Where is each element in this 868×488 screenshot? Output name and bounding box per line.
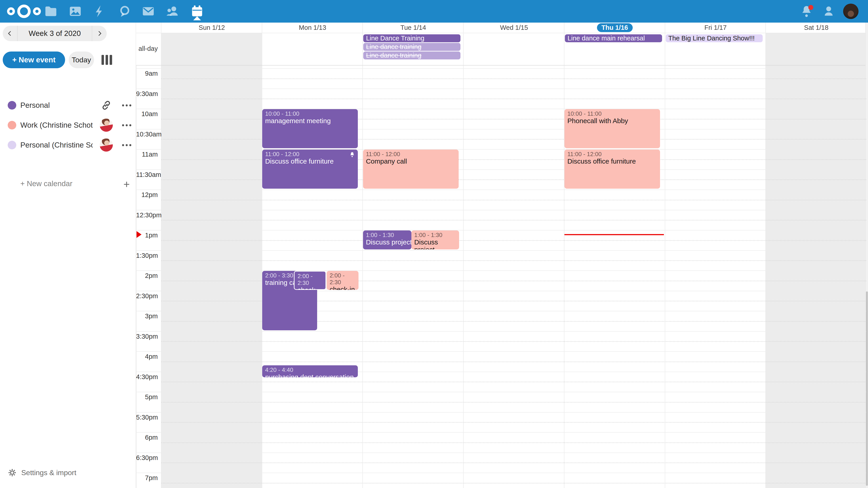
day-header-thu[interactable]: Thu 1/16 bbox=[564, 23, 665, 33]
all-day-row: all-day Line Dance TrainingLine dance tr… bbox=[136, 33, 866, 66]
day-header-tue[interactable]: Tue 1/14 bbox=[362, 23, 464, 33]
week-label[interactable]: Week 3 of 2020 bbox=[18, 26, 92, 41]
notification-badge bbox=[808, 5, 813, 10]
all-day-event[interactable]: Line dance main rehearsal bbox=[565, 34, 662, 42]
scrollbar-thumb[interactable] bbox=[866, 291, 868, 486]
day-header-label: Sat 1/18 bbox=[804, 24, 829, 31]
active-app-caret bbox=[193, 16, 201, 20]
day-column-fri[interactable] bbox=[665, 66, 766, 488]
calendar-actions-menu-button[interactable] bbox=[119, 118, 134, 132]
current-time-line bbox=[564, 234, 664, 235]
new-calendar-button[interactable]: + New calendar bbox=[0, 175, 135, 193]
event-title: check-in bbox=[298, 286, 322, 290]
day-header-sat[interactable]: Sat 1/18 bbox=[765, 23, 867, 33]
day-header-fri[interactable]: Fri 1/17 bbox=[665, 23, 766, 33]
current-time-marker bbox=[136, 231, 142, 238]
time-axis-label: 9am bbox=[136, 70, 158, 77]
time-axis-label: 5:30pm bbox=[136, 414, 158, 421]
event-block[interactable]: 2:00 - 2:30check-in bbox=[294, 271, 326, 290]
activity-icon[interactable] bbox=[88, 0, 112, 23]
calendar-actions-menu-button[interactable] bbox=[119, 138, 134, 152]
reminder-bell-icon bbox=[349, 152, 355, 158]
contacts-icon[interactable] bbox=[161, 0, 184, 23]
event-block[interactable]: 11:00 - 12:00Discuss office furniture bbox=[262, 150, 358, 189]
all-day-event[interactable]: The Big Line Dancing Show!!! bbox=[666, 34, 763, 42]
view-toggle-button[interactable] bbox=[99, 55, 114, 65]
time-axis-label: 6pm bbox=[136, 434, 158, 441]
new-event-button[interactable]: + New event bbox=[3, 52, 65, 68]
photos-icon[interactable] bbox=[64, 0, 87, 23]
avatar[interactable] bbox=[843, 4, 859, 19]
all-day-event[interactable]: Line dance training bbox=[363, 52, 460, 59]
event-block[interactable]: 10:00 - 11:00Phonecall with Abby bbox=[564, 109, 660, 148]
today-button[interactable]: Today bbox=[69, 52, 94, 68]
event-title: Company call bbox=[366, 158, 456, 165]
event-time: 2:00 - 2:30 bbox=[298, 273, 322, 286]
day-header-sun[interactable]: Sun 1/12 bbox=[161, 23, 262, 33]
event-title: Discuss office furniture bbox=[567, 158, 657, 165]
event-block[interactable]: 10:00 - 11:00management meeting bbox=[262, 109, 358, 148]
time-axis-label: 11:30am bbox=[136, 171, 158, 178]
time-axis-label: 11am bbox=[136, 151, 158, 158]
day-column-sat[interactable] bbox=[765, 66, 866, 488]
event-time: 4:20 - 4:40 bbox=[265, 366, 355, 373]
all-day-cell[interactable] bbox=[463, 33, 564, 65]
all-day-cell[interactable] bbox=[161, 33, 262, 65]
time-axis-label: 4:30pm bbox=[136, 373, 158, 381]
day-header-wed[interactable]: Wed 1/15 bbox=[463, 23, 564, 33]
all-day-event[interactable]: Line Dance Training bbox=[363, 34, 460, 42]
day-column-wed[interactable] bbox=[463, 66, 564, 488]
time-axis-label: 6:30pm bbox=[136, 454, 158, 462]
time-axis-label: 4pm bbox=[136, 353, 158, 360]
day-column-sun[interactable] bbox=[161, 66, 262, 488]
calendar-name: Personal bbox=[20, 101, 93, 109]
mail-icon[interactable] bbox=[136, 0, 160, 23]
calendar-color-dot[interactable] bbox=[8, 101, 16, 109]
talk-icon[interactable] bbox=[113, 0, 136, 23]
event-block[interactable]: 2:00 - 2:30check-in bbox=[327, 271, 358, 290]
calendar-list-item[interactable]: Personal (Christine Scho... bbox=[0, 135, 135, 155]
next-week-button[interactable] bbox=[92, 26, 107, 41]
calendar-actions-menu-button[interactable] bbox=[119, 98, 134, 112]
event-time: 2:00 - 2:30 bbox=[330, 272, 355, 286]
day-header-mon[interactable]: Mon 1/13 bbox=[262, 23, 363, 33]
calendar-color-dot[interactable] bbox=[8, 121, 16, 129]
calendar-list-item[interactable]: Personal bbox=[0, 95, 135, 115]
time-axis-label: 10am bbox=[136, 110, 158, 118]
all-day-label: all-day bbox=[136, 45, 158, 53]
event-block[interactable]: 4:20 - 4:40purchasing dept conversation bbox=[262, 365, 358, 378]
previous-week-button[interactable] bbox=[3, 26, 18, 41]
nextcloud-logo[interactable] bbox=[4, 0, 44, 23]
notifications-icon[interactable] bbox=[795, 0, 818, 23]
event-title: check-in bbox=[330, 286, 355, 290]
event-block[interactable]: 11:00 - 12:00Discuss office furniture bbox=[564, 150, 660, 189]
calendar-list-item[interactable]: Work (Christine Schott) bbox=[0, 115, 135, 135]
day-column-tue[interactable] bbox=[362, 66, 463, 488]
time-axis-label: 7pm bbox=[136, 474, 158, 482]
calendar-color-dot[interactable] bbox=[8, 141, 16, 149]
event-block[interactable]: 11:00 - 12:00Company call bbox=[363, 150, 459, 189]
nextcloud-calendar-app: Week 3 of 2020 + New event Today Persona… bbox=[0, 0, 868, 488]
settings-import-label: Settings & import bbox=[21, 468, 76, 477]
time-grid: 9am9:30am10am10:30am11am11:30am12pm12:30… bbox=[136, 66, 866, 488]
event-block[interactable]: 1:00 - 1:30Discuss project announcement bbox=[411, 230, 459, 250]
event-block[interactable]: 1:00 - 1:30Discuss project announcement bbox=[363, 230, 411, 250]
event-title: Discuss project announcement bbox=[366, 238, 408, 246]
plus-icon bbox=[119, 177, 134, 192]
time-axis-label: 1:30pm bbox=[136, 252, 158, 259]
all-day-cell[interactable] bbox=[262, 33, 363, 65]
week-navigation: Week 3 of 2020 bbox=[3, 26, 107, 41]
time-axis-label: 5pm bbox=[136, 393, 158, 401]
all-day-cell[interactable] bbox=[765, 33, 867, 65]
event-time: 11:00 - 12:00 bbox=[366, 151, 456, 158]
today-pill: Thu 1/16 bbox=[597, 23, 633, 32]
files-icon[interactable] bbox=[39, 0, 63, 23]
calendar-week-view: Sun 1/12Mon 1/13Tue 1/14Wed 1/15Thu 1/16… bbox=[135, 23, 866, 488]
day-header-label: Fri 1/17 bbox=[704, 24, 726, 31]
settings-import-button[interactable]: Settings & import bbox=[7, 466, 78, 479]
all-day-event[interactable]: Line dance training bbox=[363, 43, 460, 51]
time-axis-label: 10:30am bbox=[136, 131, 158, 138]
link-icon[interactable] bbox=[99, 98, 114, 112]
time-axis-label: 9:30am bbox=[136, 90, 158, 98]
contacts-menu-icon[interactable] bbox=[817, 0, 840, 23]
